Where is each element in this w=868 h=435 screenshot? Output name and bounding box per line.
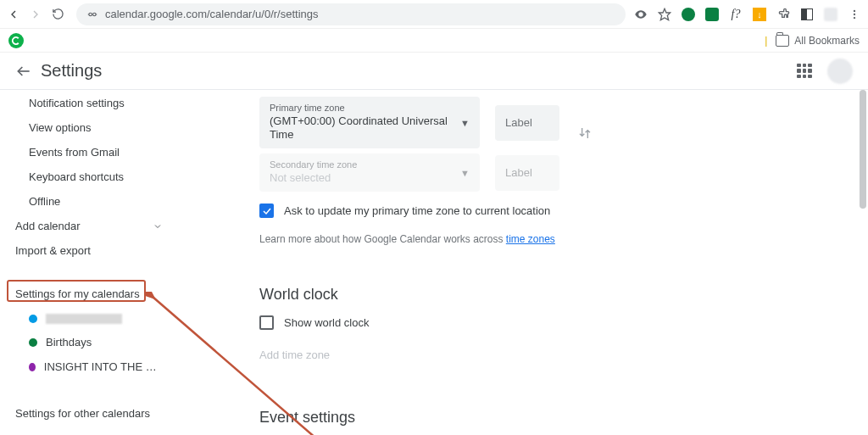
checkbox-label: Ask to update my primary time zone to cu…	[284, 204, 550, 217]
event-settings-heading: Event settings	[259, 409, 834, 427]
star-icon[interactable]	[658, 8, 671, 21]
time-zones-link[interactable]: time zones	[506, 233, 555, 245]
learn-more-text: Learn more about how Google Calendar wor…	[259, 233, 834, 245]
checkbox-label: Show world clock	[284, 316, 369, 329]
back-icon[interactable]	[7, 8, 20, 21]
sidebar-item-keyboard-shortcuts[interactable]: Keyboard shortcuts	[0, 165, 178, 189]
sidebar-item-offline[interactable]: Offline	[0, 189, 178, 214]
chrome-menu-icon[interactable]	[848, 8, 861, 21]
learn-more-prefix: Learn more about how Google Calendar wor…	[259, 233, 506, 245]
calendar-item-birthdays[interactable]: Birthdays	[0, 330, 178, 354]
calendar-item-coursera[interactable]: Coursera Calendar	[0, 427, 178, 435]
field-value: (GMT+00:00) Coordinated Universal Time	[270, 114, 470, 142]
caret-down-icon: ▼	[460, 118, 470, 128]
placeholder-text: Label	[505, 166, 532, 179]
extensions-menu-icon[interactable]	[776, 8, 790, 21]
page-title: Settings	[41, 61, 102, 81]
google-apps-icon[interactable]	[797, 64, 812, 79]
caret-down-icon: ▼	[460, 168, 470, 178]
primary-timezone-select[interactable]: Primary time zone (GMT+00:00) Coordinate…	[259, 97, 480, 148]
sidebar-item-view-options[interactable]: View options	[0, 115, 178, 140]
app-header: Settings	[0, 53, 868, 90]
forward-icon[interactable]	[29, 8, 42, 21]
bookmark-bar: | All Bookmarks	[0, 29, 868, 53]
svg-point-1	[93, 13, 97, 16]
sidebar-item-notification-settings[interactable]: Notification settings	[0, 97, 178, 115]
svg-point-6	[854, 13, 855, 14]
calendar-color-dot	[29, 315, 37, 323]
calendar-item-insight[interactable]: INSIGHT INTO THE ENGLIS…	[0, 354, 178, 379]
placeholder-text: Label	[505, 116, 532, 129]
settings-main: Primary time zone (GMT+00:00) Coordinate…	[178, 90, 868, 435]
section-label: Settings for my calendars	[15, 287, 140, 300]
reload-icon[interactable]	[51, 8, 64, 21]
sidebar-item-add-calendar[interactable]: Add calendar	[0, 214, 178, 238]
secondary-timezone-select[interactable]: Secondary time zone Not selected ▼	[259, 153, 480, 192]
extension-dl-icon[interactable]: ↓	[753, 8, 766, 21]
all-bookmarks-label[interactable]: All Bookmarks	[794, 35, 860, 47]
svg-point-0	[89, 13, 92, 16]
scrollbar-thumb[interactable]	[860, 90, 866, 209]
field-label: Primary time zone	[270, 102, 470, 114]
swap-timezones-icon[interactable]	[578, 126, 592, 140]
svg-point-5	[854, 9, 855, 11]
add-time-zone-button: Add time zone	[259, 349, 834, 361]
svg-marker-4	[659, 8, 670, 20]
sidebar-item-label: Add calendar	[15, 220, 81, 232]
ask-update-checkbox[interactable]	[259, 204, 274, 218]
field-value: Not selected	[270, 171, 470, 185]
browser-toolbar: calendar.google.com/calendar/u/0/r/setti…	[0, 0, 868, 29]
calendar-color-dot	[29, 363, 36, 371]
svg-point-7	[854, 16, 855, 18]
folder-icon[interactable]	[776, 35, 789, 47]
sidebar-item-label: Offline	[29, 195, 60, 208]
separator-icon: |	[765, 35, 767, 47]
sidebar-item-label: View options	[29, 121, 91, 134]
secondary-timezone-label-input: Label	[495, 155, 559, 191]
sidebar-item-label: Notification settings	[29, 97, 125, 109]
section-label: Settings for other calendars	[15, 407, 150, 420]
profile-chip[interactable]	[824, 8, 837, 21]
field-label: Secondary time zone	[270, 159, 470, 170]
sidebar-item-events-gmail[interactable]: Events from Gmail	[0, 140, 178, 165]
show-world-clock-checkbox[interactable]	[259, 315, 274, 330]
url-bar[interactable]: calendar.google.com/calendar/u/0/r/setti…	[76, 3, 626, 25]
settings-back-icon[interactable]	[15, 63, 34, 80]
sidebar-section-my-calendars: Settings for my calendars	[0, 280, 178, 308]
sidebar-item-label: Events from Gmail	[29, 146, 120, 159]
sidebar-section-other-calendars: Settings for other calendars	[0, 399, 178, 427]
settings-sidebar: Notification settings View options Event…	[0, 90, 178, 435]
calendar-name-label: INSIGHT INTO THE ENGLIS…	[44, 360, 163, 373]
sidebar-item-label: Keyboard shortcuts	[29, 170, 124, 183]
sidebar-item-label: Import & export	[15, 244, 91, 257]
extension-g-icon[interactable]	[682, 8, 695, 21]
extension-logo-icon[interactable]	[8, 33, 24, 48]
calendar-name-label: Birthdays	[46, 336, 92, 349]
calendar-name-redacted	[46, 314, 122, 324]
extension-f-icon[interactable]: f?	[729, 8, 743, 21]
sidebar-item-import-export[interactable]: Import & export	[0, 238, 178, 263]
extension-shop-icon[interactable]	[705, 8, 719, 21]
url-text: calendar.google.com/calendar/u/0/r/setti…	[105, 8, 319, 20]
site-info-icon[interactable]	[86, 8, 98, 20]
calendar-item-primary[interactable]	[0, 308, 178, 330]
account-avatar[interactable]	[827, 59, 853, 84]
chevron-down-icon	[153, 221, 163, 231]
panel-icon[interactable]	[800, 8, 814, 21]
calendar-color-dot	[29, 338, 37, 347]
eye-icon[interactable]	[634, 8, 648, 21]
primary-timezone-label-input[interactable]: Label	[495, 105, 559, 141]
world-clock-heading: World clock	[259, 286, 834, 304]
